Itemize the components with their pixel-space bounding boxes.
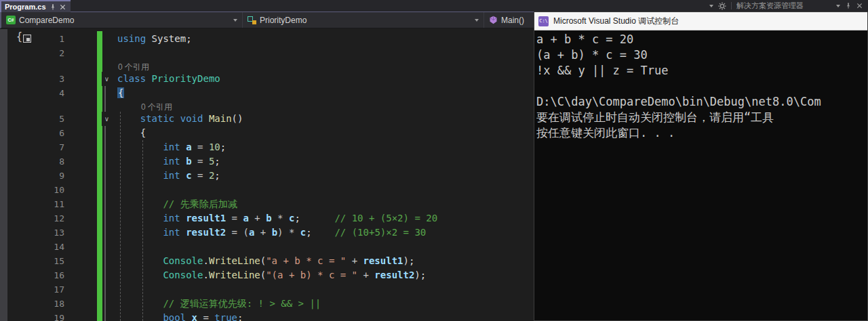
code-line[interactable]: 19 bool x = true; [7, 311, 534, 321]
code-line[interactable]: 11 // 先乘除后加减 [7, 197, 534, 211]
divider [731, 2, 732, 9]
code-line[interactable]: 6 { [7, 126, 534, 140]
collapse-chevron-icon[interactable]: ∨ [102, 112, 112, 126]
code-line[interactable]: 17 [7, 282, 534, 297]
code-line[interactable]: 16 Console.WriteLine("(a + b) * c = " + … [7, 268, 534, 282]
codelens-references[interactable]: 0 个引用 [7, 60, 534, 72]
code-line[interactable]: 4{ [7, 86, 534, 100]
close-icon[interactable] [60, 4, 66, 10]
csharp-project-icon: C# [6, 16, 16, 24]
line-number: 4 [7, 86, 64, 100]
line-number: 1 [7, 32, 64, 46]
code-line[interactable]: 12 int result1 = a + b * c; // 10 + (5×2… [7, 211, 534, 226]
code-line[interactable]: 8 int b = 5; [7, 154, 534, 169]
console-icon: C:\ [538, 16, 549, 26]
line-number: 5 [7, 112, 64, 126]
method-icon [489, 16, 498, 24]
line-number: 17 [7, 282, 64, 297]
code-line[interactable]: 1using System; [7, 32, 534, 46]
gear-icon[interactable] [718, 2, 726, 10]
chevron-down-icon[interactable] [836, 5, 840, 7]
line-number: 6 [7, 126, 64, 140]
line-number: 15 [7, 254, 64, 268]
close-icon[interactable] [856, 3, 863, 9]
code-line[interactable]: 3∨class PriorityDemo [7, 72, 534, 86]
code-line[interactable]: 7 int a = 10; [7, 140, 534, 154]
pin-icon[interactable] [845, 2, 852, 9]
line-number: 10 [7, 183, 64, 197]
code-editor[interactable]: { 1using System;20 个引用3∨class PriorityDe… [0, 29, 534, 321]
vs-ide-window: Program.cs [0, 0, 868, 321]
editor-left-margin [0, 29, 7, 321]
codelens-references[interactable]: 0 个引用 [7, 100, 534, 112]
line-number: 7 [7, 140, 64, 154]
solution-explorer-title: 解决方案资源管理器 [736, 1, 804, 11]
code-line[interactable]: 10 [7, 183, 534, 197]
line-number: 11 [7, 197, 64, 211]
tab-title: Program.cs [5, 3, 46, 11]
chevron-down-icon[interactable] [709, 5, 713, 7]
breadcrumb: C# CompareDemo PriorityDemo Main() [0, 12, 534, 28]
code-line[interactable]: 13 int result2 = (a + b) * c; // (10+5)×… [7, 226, 534, 240]
line-number: 8 [7, 154, 64, 169]
line-number: 9 [7, 169, 64, 183]
console-output[interactable]: a + b * c = 20(a + b) * c = 30!x && y ||… [534, 30, 867, 320]
debug-console-window: C:\ Microsoft Visual Studio 调试控制台 a + b … [534, 12, 868, 321]
code-line[interactable]: 18 // 逻辑运算优先级: ! > && > || [7, 297, 534, 311]
line-number: 12 [7, 211, 64, 226]
class-icon [248, 16, 256, 24]
tab-program-cs[interactable]: Program.cs [0, 0, 71, 12]
line-number: 18 [7, 297, 64, 311]
chevron-down-icon [233, 19, 237, 22]
breadcrumb-member-dropdown[interactable]: Main() [484, 12, 534, 28]
pin-icon[interactable] [50, 3, 56, 11]
chevron-down-icon [475, 19, 479, 22]
solution-explorer-header: 解决方案资源管理器 [704, 0, 868, 12]
code-line[interactable]: 9 int c = 2; [7, 169, 534, 183]
line-number: 2 [7, 46, 64, 60]
line-number: 14 [7, 240, 64, 254]
code-line[interactable]: 14 [7, 240, 534, 254]
breadcrumb-type-label: PriorityDemo [260, 16, 307, 25]
console-title-bar: C:\ Microsoft Visual Studio 调试控制台 [534, 12, 867, 30]
breadcrumb-project-label: CompareDemo [19, 16, 74, 25]
code-line[interactable]: 2 [7, 46, 534, 60]
line-number: 13 [7, 226, 64, 240]
code-rows: 1using System;20 个引用3∨class PriorityDemo… [7, 29, 534, 321]
line-number: 19 [7, 311, 64, 321]
line-number: 16 [7, 268, 64, 282]
breadcrumb-type-dropdown[interactable]: PriorityDemo [243, 12, 484, 28]
breadcrumb-project-dropdown[interactable]: C# CompareDemo [1, 12, 243, 28]
breadcrumb-member-label: Main() [501, 16, 524, 25]
tab-strip: Program.cs [0, 0, 868, 12]
code-line[interactable]: 15 Console.WriteLine("a + b * c = " + re… [7, 254, 534, 268]
collapse-chevron-icon[interactable]: ∨ [102, 72, 112, 86]
code-line[interactable]: 5∨ static void Main() [7, 112, 534, 126]
console-title: Microsoft Visual Studio 调试控制台 [553, 16, 679, 27]
line-number: 3 [7, 72, 64, 86]
